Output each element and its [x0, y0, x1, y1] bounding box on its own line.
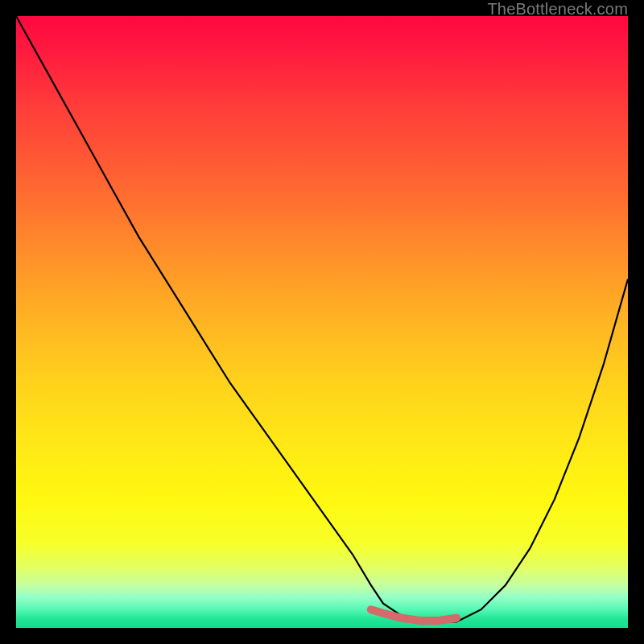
plot-area — [16, 16, 628, 628]
bottleneck-curve — [16, 16, 628, 628]
watermark-text: TheBottleneck.com — [487, 0, 628, 19]
sweet-spot-highlight — [371, 609, 456, 621]
curve-path — [16, 16, 628, 621]
chart-frame: TheBottleneck.com — [0, 0, 644, 644]
